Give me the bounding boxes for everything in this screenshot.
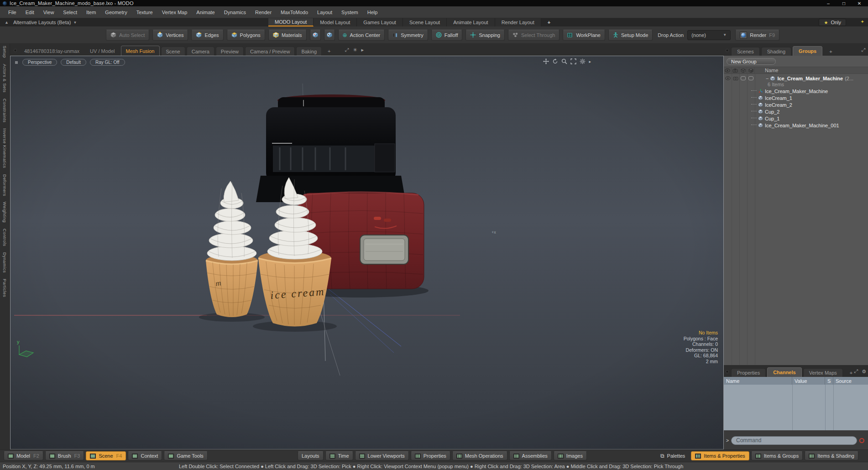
menu-file[interactable]: File <box>4 10 21 15</box>
name-column-header[interactable]: Name <box>755 68 778 73</box>
perspective-button[interactable]: Perspective <box>22 59 57 66</box>
menu-layout[interactable]: Layout <box>313 10 337 15</box>
tree-row-icecream1[interactable]: IceCream_1 <box>724 94 868 101</box>
drop-action-dropdown[interactable]: (none) ▼ <box>687 30 731 40</box>
tab-constraints[interactable]: Constraints <box>2 99 7 122</box>
select-item-cube-button[interactable] <box>324 30 335 41</box>
gear-icon[interactable]: ⚙ <box>862 369 866 375</box>
menu-texture[interactable]: Texture <box>132 10 157 15</box>
minimize-icon[interactable]: – <box>821 1 836 6</box>
properties-button[interactable]: Properties <box>411 451 450 460</box>
tree-row-machine-001[interactable]: Ice_Cream_Maker_Machine_001 <box>724 122 868 129</box>
symmetry-button[interactable]: Symmetry <box>388 30 428 41</box>
column-name[interactable]: Name <box>724 377 792 385</box>
command-history-icon[interactable] <box>859 438 864 443</box>
column-value[interactable]: Value <box>792 377 825 385</box>
tab-groups[interactable]: Groups <box>793 46 822 56</box>
edges-button[interactable]: Edges <box>191 30 223 41</box>
tab-preview[interactable]: Preview <box>216 47 244 56</box>
alternative-layouts-menu[interactable]: Alternative Layouts (Beta) <box>13 20 71 25</box>
camera-icon[interactable] <box>732 76 739 80</box>
assemblies-button[interactable]: Assemblies <box>509 451 552 460</box>
vertices-button[interactable]: Vertices <box>152 30 188 41</box>
settings-star-icon[interactable]: ✳ <box>353 47 357 53</box>
viewport-menu-icon[interactable] <box>14 49 17 52</box>
scene-mode-button[interactable]: Scene F4 <box>86 451 126 460</box>
tab-mesh-fusion[interactable]: Mesh Fusion <box>121 46 160 56</box>
visibility-column-header[interactable] <box>724 67 732 74</box>
tab-particles[interactable]: Particles <box>2 279 7 297</box>
shading-default-button[interactable]: Default <box>61 59 86 66</box>
menu-edit[interactable]: Edit <box>21 10 39 15</box>
add-layout-tab-button[interactable]: + <box>541 18 557 26</box>
tab-camera[interactable]: Camera <box>187 47 214 56</box>
setup-mode-button[interactable]: Setup Mode <box>608 30 653 41</box>
tree-row-locator[interactable]: Ice_Cream_Maker_Machine <box>724 88 868 94</box>
context-mode-button[interactable]: Context <box>128 451 162 460</box>
tab-deformers[interactable]: Deformers <box>2 174 7 196</box>
zoom-icon[interactable] <box>561 58 567 64</box>
items-groups-button[interactable]: Items & Groups <box>751 451 803 460</box>
collapse-icon[interactable]: − <box>766 76 769 81</box>
model-mode-button[interactable]: Model F2 <box>4 451 43 460</box>
panel-menu-icon[interactable] <box>726 370 729 373</box>
add-panel-tab-button[interactable]: + <box>824 47 837 56</box>
tab-lay-unmax[interactable]: 48146780318:lay-unmax <box>20 47 84 56</box>
close-icon[interactable]: ✕ <box>852 1 867 6</box>
menu-dynamics[interactable]: Dynamics <box>220 10 251 15</box>
menu-help[interactable]: Help <box>363 10 382 15</box>
tab-setup[interactable]: Setup <box>2 46 7 58</box>
items-shading-button[interactable]: Items & Shading <box>805 451 858 460</box>
images-button[interactable]: Images <box>554 451 587 460</box>
time-button[interactable]: Time <box>325 451 353 460</box>
select-checkbox[interactable] <box>747 76 755 80</box>
tab-games-layout[interactable]: Games Layout <box>357 18 403 26</box>
pin-icon[interactable]: ✦ <box>861 19 864 24</box>
tab-model-layout[interactable]: Model Layout <box>314 18 357 26</box>
game-tools-mode-button[interactable]: Game Tools <box>164 451 208 460</box>
palettes-button[interactable]: ⧉ Palettes <box>656 451 689 460</box>
expand-icon[interactable]: ⤢ <box>861 47 865 53</box>
chevron-right-icon[interactable]: ▸ <box>589 59 591 64</box>
auto-select-button[interactable]: Auto Select <box>106 30 149 41</box>
menu-geometry[interactable]: Geometry <box>100 10 131 15</box>
tree-row-icecream2[interactable]: IceCream_2 <box>724 101 868 108</box>
lock-column-header[interactable] <box>739 67 747 74</box>
render-column-header[interactable] <box>732 67 739 74</box>
chevron-right-icon[interactable]: ▸ <box>361 47 364 53</box>
tab-uv-model[interactable]: UV / Model <box>85 47 119 56</box>
mesh-operations-button[interactable]: Mesh Operations <box>452 451 507 460</box>
3d-viewport[interactable]: m <box>10 56 724 449</box>
menu-maxtomodo[interactable]: MaxToModo <box>276 10 313 15</box>
menu-vertex-map[interactable]: Vertex Map <box>157 10 192 15</box>
channels-table-body[interactable] <box>724 385 868 430</box>
panel-menu-icon[interactable] <box>726 49 729 52</box>
tab-controls[interactable]: Controls <box>2 229 7 246</box>
select-set-cube-button[interactable] <box>310 30 321 41</box>
tab-shading[interactable]: Shading <box>761 47 791 56</box>
tab-camera-preview[interactable]: Camera / Preview <box>245 47 295 56</box>
expand-up-icon[interactable]: ▲ <box>5 20 9 25</box>
tab-channels[interactable]: Channels <box>767 367 802 377</box>
rotate-icon[interactable] <box>552 58 558 64</box>
polygons-button[interactable]: Polygons <box>227 30 265 41</box>
add-viewport-tab-button[interactable]: + <box>323 47 335 56</box>
expand-icon[interactable]: ⤢ <box>345 47 349 53</box>
menu-view[interactable]: View <box>39 10 59 15</box>
tab-inverse-kinematics[interactable]: Inverse Kinematics <box>2 128 7 168</box>
layouts-button[interactable]: Layouts <box>298 451 324 460</box>
menu-animate[interactable]: Animate <box>192 10 219 15</box>
viewport-grip-icon[interactable] <box>15 61 18 64</box>
tab-actors-sets[interactable]: Actors & Sets <box>2 64 7 93</box>
tab-modo-layout[interactable]: MODO Layout <box>268 18 314 26</box>
eye-icon[interactable] <box>724 76 732 80</box>
new-group-button[interactable]: New Group <box>727 58 776 65</box>
tab-animate-layout[interactable]: Animate Layout <box>447 18 495 26</box>
tree-row-cup1[interactable]: Cup_1 <box>724 115 868 122</box>
gear-icon[interactable] <box>580 58 586 64</box>
expand-icon[interactable]: ⤢ <box>854 368 858 374</box>
tab-properties[interactable]: Properties <box>731 368 766 377</box>
items-properties-button[interactable]: Items & Properties <box>691 451 749 460</box>
tab-weighting[interactable]: Weighting <box>2 202 7 223</box>
tab-vertex-maps[interactable]: Vertex Maps <box>803 368 843 377</box>
